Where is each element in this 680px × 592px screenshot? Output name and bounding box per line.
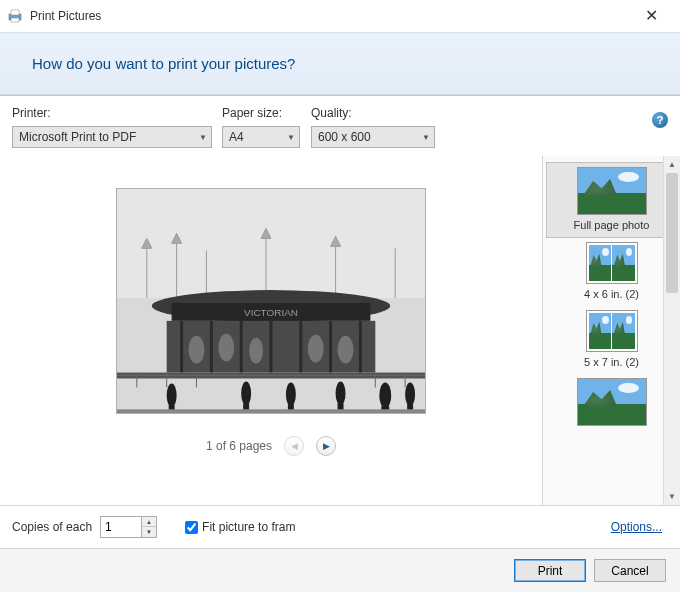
- pager: 1 of 6 pages ◀ ▶: [206, 436, 336, 456]
- cancel-button[interactable]: Cancel: [594, 559, 666, 582]
- print-button[interactable]: Print: [514, 559, 586, 582]
- chevron-down-icon: ▼: [422, 133, 430, 142]
- titlebar: Print Pictures ✕: [0, 0, 680, 32]
- svg-rect-2: [11, 18, 19, 22]
- bottom-section: Copies of each ▲ ▼ Fit picture to fram O…: [0, 505, 680, 548]
- svg-point-29: [308, 335, 324, 363]
- layout-label: 5 x 7 in. (2): [584, 356, 639, 368]
- quality-label: Quality:: [311, 106, 441, 120]
- prev-page-button[interactable]: ◀: [284, 436, 304, 456]
- button-row: Print Cancel: [0, 548, 680, 592]
- vertical-scrollbar[interactable]: ▲ ▼: [663, 156, 680, 505]
- chevron-down-icon: ▼: [287, 133, 295, 142]
- svg-point-44: [336, 381, 346, 405]
- svg-point-30: [338, 336, 354, 364]
- fit-frame-label: Fit picture to fram: [202, 520, 295, 534]
- layout-label: Full page photo: [574, 219, 650, 231]
- main-area: VICTORIAN: [0, 156, 680, 505]
- printer-dropdown[interactable]: Microsoft Print to PDF ▼: [12, 126, 212, 148]
- scroll-up-button[interactable]: ▲: [664, 156, 680, 173]
- triangle-left-icon: ◀: [291, 441, 298, 451]
- quality-group: Quality: 600 x 600 ▼: [311, 106, 441, 148]
- svg-text:VICTORIAN: VICTORIAN: [244, 307, 298, 318]
- scroll-thumb[interactable]: [666, 173, 678, 293]
- svg-point-28: [249, 338, 263, 364]
- quality-dropdown[interactable]: 600 x 600 ▼: [311, 126, 435, 148]
- header-banner: How do you want to print your pictures?: [0, 32, 680, 95]
- svg-point-27: [218, 334, 234, 362]
- svg-rect-50: [117, 409, 425, 413]
- fit-frame-group[interactable]: Fit picture to fram: [185, 520, 295, 534]
- layout-thumbnail: [586, 310, 638, 352]
- paper-size-label: Paper size:: [222, 106, 307, 120]
- triangle-right-icon: ▶: [323, 441, 330, 451]
- fit-frame-checkbox[interactable]: [185, 521, 198, 534]
- close-button[interactable]: ✕: [637, 4, 666, 27]
- paper-size-dropdown[interactable]: A4 ▼: [222, 126, 300, 148]
- copies-input[interactable]: [101, 517, 141, 537]
- layout-label: 4 x 6 in. (2): [584, 288, 639, 300]
- options-link[interactable]: Options...: [611, 520, 662, 534]
- quality-value: 600 x 600: [318, 130, 418, 144]
- pager-text: 1 of 6 pages: [206, 439, 272, 453]
- help-icon[interactable]: ?: [652, 112, 668, 128]
- layout-option[interactable]: Full page photo: [546, 162, 677, 238]
- copies-decrement-button[interactable]: ▼: [142, 527, 156, 537]
- layout-option[interactable]: [546, 374, 677, 432]
- copies-label: Copies of each: [12, 520, 92, 534]
- svg-rect-4: [117, 189, 425, 298]
- svg-point-38: [167, 383, 177, 407]
- paper-size-group: Paper size: A4 ▼: [222, 106, 307, 148]
- svg-point-26: [189, 336, 205, 364]
- chevron-down-icon: ▼: [199, 133, 207, 142]
- copies-increment-button[interactable]: ▲: [142, 517, 156, 527]
- layout-option[interactable]: 5 x 7 in. (2): [546, 306, 677, 374]
- header-question: How do you want to print your pictures?: [32, 55, 680, 72]
- svg-rect-1: [11, 10, 19, 15]
- scroll-down-button[interactable]: ▼: [664, 488, 680, 505]
- layout-thumbnail: [577, 167, 647, 215]
- spin-buttons: ▲ ▼: [141, 517, 156, 537]
- layout-thumbnail: [577, 378, 647, 426]
- paper-size-value: A4: [229, 130, 283, 144]
- next-page-button[interactable]: ▶: [316, 436, 336, 456]
- printer-group: Printer: Microsoft Print to PDF ▼: [12, 106, 222, 148]
- print-pictures-dialog: Print Pictures ✕ How do you want to prin…: [0, 0, 680, 592]
- svg-point-48: [405, 382, 415, 406]
- printer-label: Printer:: [12, 106, 222, 120]
- copies-spinner: ▲ ▼: [100, 516, 157, 538]
- svg-point-40: [241, 381, 251, 405]
- layout-option[interactable]: 4 x 6 in. (2): [546, 238, 677, 306]
- preview-area: VICTORIAN: [0, 156, 542, 505]
- preview-image: VICTORIAN: [116, 188, 426, 414]
- layout-panel: Full page photo4 x 6 in. (2)5 x 7 in. (2…: [542, 156, 680, 505]
- printer-value: Microsoft Print to PDF: [19, 130, 195, 144]
- layouts-container: Full page photo4 x 6 in. (2)5 x 7 in. (2…: [543, 162, 680, 432]
- svg-point-46: [379, 382, 391, 408]
- print-wizard-icon: [8, 8, 24, 24]
- dialog-title: Print Pictures: [30, 9, 101, 23]
- svg-point-42: [286, 382, 296, 406]
- layout-thumbnail: [586, 242, 638, 284]
- settings-row: Printer: Microsoft Print to PDF ▼ Paper …: [0, 96, 680, 156]
